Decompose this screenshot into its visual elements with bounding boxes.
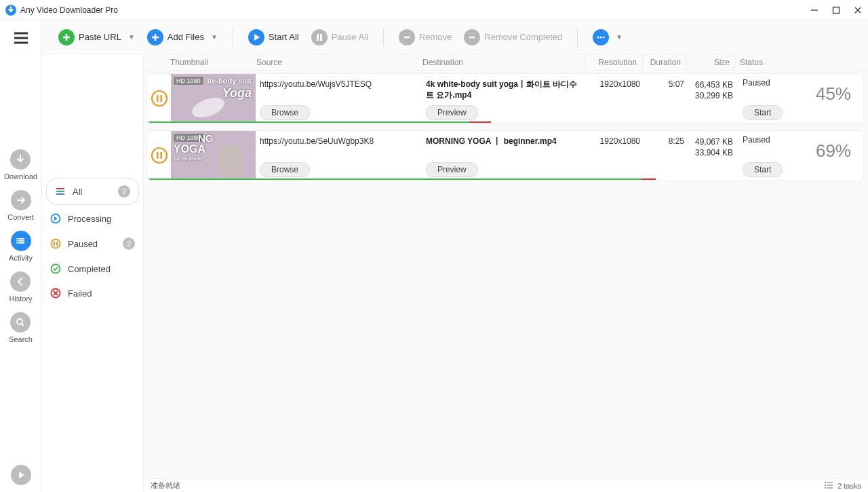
statusbar-ready: 准备就绪 (151, 480, 180, 491)
separator (383, 28, 384, 47)
browse-button[interactable]: Browse (260, 105, 310, 120)
progress-bar (147, 178, 642, 180)
svg-rect-2 (833, 7, 840, 13)
start-button[interactable]: Start (743, 162, 783, 177)
col-status[interactable]: Status (734, 54, 868, 70)
svg-rect-39 (157, 95, 159, 102)
task-source-url: https://youtu.be/WujsV5JTESQ (260, 79, 418, 89)
task-duration: 8:25 (646, 131, 690, 180)
task-pause-icon[interactable] (147, 74, 171, 123)
start-all-label: Start All (269, 32, 299, 42)
nav-play[interactable] (11, 465, 31, 485)
svg-rect-20 (317, 34, 319, 41)
progress-bar (147, 121, 469, 123)
check-circle-icon (50, 263, 61, 274)
task-thumbnail: HD 1080 ite-body suit Yoga (171, 74, 256, 123)
svg-line-15 (22, 324, 24, 326)
col-size[interactable]: Size (686, 54, 734, 70)
filter-failed-label: Failed (68, 288, 92, 299)
nav-activity-label: Activity (9, 254, 33, 262)
paste-url-button[interactable]: Paste URL ▼ (54, 26, 139, 48)
plus-icon (147, 29, 163, 45)
minimize-button[interactable] (810, 5, 819, 15)
task-percent: 45% (816, 83, 851, 105)
nav-activity[interactable]: Activity (9, 231, 33, 262)
svg-point-44 (825, 482, 826, 483)
remove-completed-button[interactable]: Remove Completed (460, 26, 566, 48)
window-title: Any Video Downloader Pro (20, 5, 810, 15)
col-source[interactable]: Source (252, 58, 418, 67)
play-circle-icon (50, 213, 61, 224)
task-duration: 5:07 (646, 74, 690, 123)
start-button[interactable]: Start (743, 105, 783, 120)
menu-icon[interactable] (13, 31, 29, 48)
svg-point-25 (600, 36, 602, 38)
filter-completed-label: Completed (68, 264, 111, 274)
pause-all-button[interactable]: Pause All (307, 26, 372, 48)
browse-button[interactable]: Browse (260, 162, 310, 177)
svg-point-31 (52, 240, 60, 248)
filter-pane: All 2 Processing Paused 2 Completed (42, 54, 144, 492)
column-headers: Thumbnail Source Destination Resolution … (144, 54, 868, 71)
remove-completed-label: Remove Completed (484, 32, 562, 42)
remove-button[interactable]: Remove (395, 26, 456, 48)
paste-url-label: Paste URL (79, 32, 121, 42)
nav-convert[interactable]: Convert (7, 190, 34, 221)
nav-history[interactable]: History (9, 271, 32, 303)
filter-all[interactable]: All 2 (46, 178, 139, 205)
maximize-button[interactable] (831, 5, 841, 15)
col-destination[interactable]: Destination (418, 58, 585, 67)
x-circle-icon (50, 288, 61, 299)
thumb-overlay: Yoga (222, 86, 252, 100)
filter-failed[interactable]: Failed (42, 281, 143, 305)
filter-completed[interactable]: Completed (42, 257, 143, 281)
chevron-down-icon[interactable]: ▼ (211, 33, 218, 41)
remove-label: Remove (419, 32, 452, 42)
task-row[interactable]: HD 1080 ite-body suit Yoga https://youtu… (146, 73, 864, 124)
svg-rect-33 (56, 242, 58, 246)
thumb-overlay: for beginner (174, 155, 203, 162)
pause-all-label: Pause All (332, 32, 368, 42)
svg-rect-21 (320, 34, 322, 41)
nav-search-label: Search (9, 335, 33, 343)
nav-search[interactable]: Search (9, 312, 33, 343)
col-resolution[interactable]: Resolution (585, 54, 642, 70)
statusbar: 准备就绪 2 tasks (144, 478, 868, 492)
chevron-down-icon[interactable]: ▼ (616, 33, 623, 41)
toolbar: Paste URL ▼ Add Files ▼ Start All Pause … (42, 20, 868, 54)
nav-history-label: History (9, 295, 32, 303)
col-duration[interactable]: Duration (642, 54, 686, 70)
minus-icon (399, 29, 415, 45)
task-size: 49,067 KB 33,904 KB (690, 131, 737, 180)
titlebar: Any Video Downloader Pro (0, 0, 868, 20)
close-button[interactable] (853, 5, 863, 15)
filter-paused-label: Paused (68, 239, 98, 249)
task-list: Thumbnail Source Destination Resolution … (144, 54, 868, 492)
chevron-down-icon[interactable]: ▼ (128, 33, 135, 41)
thumb-overlay: YOGA (174, 143, 205, 155)
plus-icon (58, 29, 75, 45)
filter-paused-badge: 2 (123, 238, 135, 250)
nav-download[interactable]: Download (4, 149, 37, 181)
start-all-button[interactable]: Start All (244, 26, 303, 48)
thumb-overlay: ite-body suit (208, 77, 252, 85)
svg-point-26 (603, 36, 605, 38)
filter-paused[interactable]: Paused 2 (42, 231, 143, 257)
preview-button[interactable]: Preview (426, 105, 478, 120)
col-thumbnail[interactable]: Thumbnail (167, 58, 252, 67)
more-button[interactable]: ▼ (589, 26, 627, 48)
filter-processing[interactable]: Processing (42, 206, 143, 231)
task-row[interactable]: HD 1080 NG YOGA for beginner https://you… (146, 130, 864, 181)
svg-point-13 (16, 242, 18, 244)
task-pause-icon[interactable] (147, 131, 171, 180)
svg-point-14 (17, 319, 22, 324)
list-icon (824, 481, 833, 491)
svg-point-41 (152, 148, 167, 163)
more-icon (593, 29, 609, 45)
svg-point-48 (825, 487, 826, 489)
task-size: 66,453 KB 30,299 KB (690, 74, 737, 123)
filter-all-label: All (73, 187, 82, 197)
add-files-button[interactable]: Add Files ▼ (143, 26, 222, 48)
preview-button[interactable]: Preview (426, 162, 478, 177)
pause-icon (311, 29, 328, 45)
